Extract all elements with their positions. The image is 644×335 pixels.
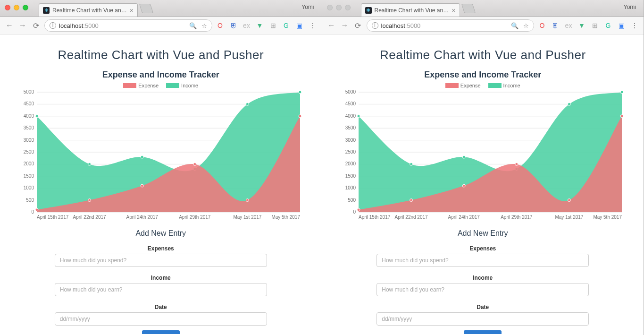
income-point — [35, 115, 38, 118]
browser-tab[interactable]: ⚛Realtime Chart with Vue and P…× — [39, 3, 138, 17]
new-tab-button[interactable] — [461, 4, 475, 13]
form-title: Add New Entry — [135, 229, 186, 238]
y-tick-label: 1500 — [345, 173, 356, 179]
react-favicon-icon: ⚛ — [365, 7, 372, 14]
income-input[interactable] — [376, 283, 589, 296]
x-tick-label: April 29th 2017 — [501, 215, 533, 220]
tab-strip: ⚛Realtime Chart with Vue and P…×Yomi — [322, 0, 644, 17]
ublock-ext-icon[interactable]: ⛨ — [551, 21, 560, 30]
y-tick-label: 2000 — [24, 161, 34, 166]
url-bar[interactable]: ilocalhost:5000🔍☆ — [44, 19, 212, 32]
y-tick-label: 4000 — [345, 113, 356, 119]
url-right-icons: 🔍☆ — [511, 22, 529, 29]
zoom-icon[interactable]: 🔍 — [511, 22, 519, 29]
url-text: localhost:5000 — [59, 22, 186, 29]
y-tick-label: 2500 — [24, 149, 34, 155]
opera-ext-icon[interactable]: O — [216, 21, 225, 30]
form-title: Add New Entry — [458, 229, 508, 238]
menu-icon[interactable]: ⋮ — [630, 21, 639, 30]
vue-ext-icon[interactable]: ▼ — [256, 21, 264, 30]
entry-form: ExpensesIncomeDate — [376, 242, 589, 334]
x-tick-label: April 22nd 2017 — [73, 215, 106, 220]
nav-reload-button[interactable]: ⟳ — [31, 21, 41, 30]
submit-button[interactable] — [142, 330, 180, 334]
tab-close-icon[interactable]: × — [130, 7, 134, 14]
legend-expense[interactable]: Expense — [445, 83, 481, 88]
url-bar[interactable]: ilocalhost:5000🔍☆ — [367, 19, 535, 32]
nav-forward-button[interactable]: → — [340, 21, 350, 30]
extension-icons: O⛨ex▼⊞G▣⋮ — [216, 21, 317, 30]
nav-back-button[interactable]: ← — [5, 21, 14, 30]
bbox-ext-icon[interactable]: ▣ — [617, 21, 626, 30]
date-input[interactable] — [55, 312, 267, 326]
chart-legend: ExpenseIncome — [123, 83, 198, 88]
income-point — [462, 155, 465, 158]
site-info-icon[interactable]: i — [50, 22, 56, 29]
window-close-button[interactable] — [327, 5, 333, 10]
opera-ext-icon[interactable]: O — [538, 21, 546, 30]
grid-ext-icon[interactable]: ⊞ — [591, 21, 599, 30]
expense-point — [35, 208, 38, 211]
y-tick-label: 4500 — [345, 101, 356, 106]
x-tick-label: April 24th 2017 — [448, 215, 480, 220]
income-point — [299, 91, 301, 94]
vue-ext-icon[interactable]: ▼ — [577, 21, 586, 30]
expense-point — [141, 184, 143, 187]
url-path: :5000 — [405, 22, 421, 29]
nav-forward-button[interactable]: → — [18, 21, 27, 30]
bookmark-star-icon[interactable]: ☆ — [201, 22, 207, 29]
legend-expense[interactable]: Expense — [123, 83, 159, 88]
window-max-button[interactable] — [345, 5, 351, 10]
expenses-label: Expenses — [376, 245, 589, 252]
y-tick-label: 1000 — [345, 185, 356, 190]
menu-icon[interactable]: ⋮ — [309, 21, 317, 30]
traffic-lights — [327, 5, 351, 10]
submit-button[interactable] — [464, 330, 502, 334]
page-title: Realtime Chart with Vue and Pusher — [380, 48, 586, 62]
legend-income-label: Income — [181, 83, 198, 88]
window-min-button[interactable] — [14, 5, 19, 10]
window-min-button[interactable] — [336, 5, 342, 10]
url-path: :5000 — [83, 22, 99, 29]
chrome-profile-label[interactable]: Yomi — [624, 4, 636, 10]
site-info-icon[interactable]: i — [372, 22, 378, 29]
window-max-button[interactable] — [23, 5, 28, 10]
expense-point — [299, 115, 301, 118]
chart-legend: ExpenseIncome — [445, 83, 520, 88]
new-tab-button[interactable] — [139, 4, 153, 13]
expense-income-chart: 0500100015002000250030003500400045005000… — [339, 90, 627, 223]
zoom-icon[interactable]: 🔍 — [189, 22, 197, 29]
expenses-input[interactable] — [55, 254, 267, 267]
grammarly-ext-icon[interactable]: G — [604, 21, 612, 30]
tab-close-icon[interactable]: × — [452, 7, 455, 14]
nav-reload-button[interactable]: ⟳ — [353, 21, 363, 30]
browser-tab[interactable]: ⚛Realtime Chart with Vue and P…× — [361, 3, 460, 17]
date-input[interactable] — [376, 312, 589, 326]
income-input[interactable] — [55, 283, 267, 296]
legend-income-label: Income — [503, 83, 520, 88]
window-close-button[interactable] — [5, 5, 10, 10]
y-tick-label: 1500 — [24, 173, 34, 179]
grammarly-ext-icon[interactable]: G — [282, 21, 291, 30]
ex-ext-icon[interactable]: ex — [564, 21, 573, 30]
bookmark-star-icon[interactable]: ☆ — [523, 22, 529, 29]
ublock-ext-icon[interactable]: ⛨ — [229, 21, 238, 30]
browser-window-right: ⚛Realtime Chart with Vue and P…×Yomi←→⟳i… — [322, 0, 644, 335]
income-point — [357, 115, 360, 118]
chrome-profile-label[interactable]: Yomi — [301, 4, 314, 10]
expenses-input[interactable] — [376, 254, 589, 267]
y-tick-label: 3500 — [24, 125, 34, 130]
x-tick-label: April 15th 2017 — [359, 215, 391, 220]
ex-ext-icon[interactable]: ex — [243, 21, 251, 30]
income-point — [620, 91, 623, 94]
bbox-ext-icon[interactable]: ▣ — [295, 21, 304, 30]
grid-ext-icon[interactable]: ⊞ — [269, 21, 277, 30]
expense-point — [515, 163, 518, 165]
legend-income[interactable]: Income — [166, 83, 198, 88]
chart-wrapper: 0500100015002000250030003500400045005000… — [339, 90, 627, 223]
tab-title: Realtime Chart with Vue and P… — [52, 7, 127, 14]
legend-income[interactable]: Income — [488, 83, 520, 88]
income-point — [568, 103, 571, 105]
nav-back-button[interactable]: ← — [327, 21, 336, 30]
x-tick-label: April 22nd 2017 — [395, 215, 428, 220]
